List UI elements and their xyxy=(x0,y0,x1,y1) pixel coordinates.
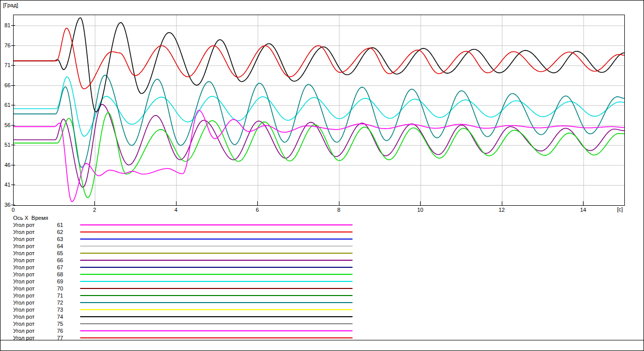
chart-canvas xyxy=(14,15,624,205)
x-tick-mark xyxy=(339,201,339,205)
x-tick-mark xyxy=(583,201,583,205)
series-path-rotor-angle-black xyxy=(14,18,624,112)
x-tick-mark xyxy=(94,201,95,205)
legend-row[interactable]: Угол рот63 xyxy=(1,236,644,243)
legend-color-line xyxy=(80,288,353,289)
legend-item-label: Угол рот xyxy=(13,221,35,228)
legend-item-number: 74 xyxy=(57,313,63,320)
y-tick-label: 61 xyxy=(1,102,11,108)
legend-item-label: Угол рот xyxy=(13,250,35,257)
legend-item-number: 65 xyxy=(57,250,63,257)
x-tick-label: 4 xyxy=(170,207,182,213)
legend-item-label: Угол рот xyxy=(13,278,35,285)
plot-window: [Град] 81767166615651464136 02468101214 … xyxy=(0,0,644,351)
x-tick-mark xyxy=(176,201,177,205)
legend-row[interactable]: Угол рот76 xyxy=(1,327,644,334)
bottom-separator xyxy=(1,340,644,340)
y-tick-mark xyxy=(11,145,15,145)
legend-item-number: 64 xyxy=(57,243,63,250)
y-tick-label: 81 xyxy=(1,22,11,28)
legend-row[interactable]: Угол рот61 xyxy=(1,221,644,228)
legend-color-line xyxy=(80,316,353,317)
legend-row[interactable]: Угол рот67 xyxy=(1,264,644,271)
legend-color-line xyxy=(80,224,353,225)
legend-color-line xyxy=(80,337,353,338)
legend-color-line xyxy=(80,253,353,254)
legend-row[interactable]: Угол рот75 xyxy=(1,320,644,327)
legend-item-label: Угол рот xyxy=(13,264,35,271)
legend-color-line xyxy=(80,260,353,261)
legend-item-label: Угол рот xyxy=(13,285,35,292)
legend-color-line xyxy=(80,323,353,324)
legend-color-line xyxy=(80,295,353,296)
chart-plot-area[interactable] xyxy=(13,15,625,206)
legend-row[interactable]: Угол рот62 xyxy=(1,228,644,236)
series-path-rotor-angle-magenta xyxy=(14,110,624,202)
x-tick-mark xyxy=(420,201,421,205)
y-tick-label: 56 xyxy=(1,122,11,128)
legend-item-label: Угол рот xyxy=(13,320,35,327)
legend-color-line xyxy=(80,246,353,247)
legend-row[interactable]: Угол рот71 xyxy=(1,292,644,299)
x-tick-label: 14 xyxy=(577,207,589,213)
legend-row[interactable]: Угол рот65 xyxy=(1,250,644,257)
legend-item-label: Угол рот xyxy=(13,299,35,306)
legend-row[interactable]: Угол рот64 xyxy=(1,243,644,250)
legend-item-number: 75 xyxy=(57,320,63,327)
legend-item-label: Угол рот xyxy=(13,243,35,250)
y-tick-mark xyxy=(11,185,15,185)
x-tick-mark xyxy=(257,201,258,205)
series-path-rotor-angle-red xyxy=(14,28,624,89)
y-tick-mark xyxy=(11,65,15,66)
legend-row[interactable]: Угол рот68 xyxy=(1,271,644,278)
legend-item-number: 73 xyxy=(57,306,63,313)
legend-item-number: 71 xyxy=(57,292,63,299)
x-tick-label: 0 xyxy=(7,207,19,213)
legend-row[interactable]: Угол рот73 xyxy=(1,306,644,313)
y-tick-label: 66 xyxy=(1,82,11,88)
legend-row[interactable]: Угол рот69 xyxy=(1,278,644,285)
legend-color-line xyxy=(80,267,353,268)
y-tick-mark xyxy=(11,25,15,26)
x-tick-mark xyxy=(13,201,14,205)
legend-color-line xyxy=(80,281,353,282)
legend-item-number: 76 xyxy=(57,327,63,334)
legend-color-line xyxy=(80,239,353,240)
legend-item-number: 67 xyxy=(57,264,63,271)
legend-item-number: 66 xyxy=(57,257,63,264)
legend-row[interactable]: Угол рот72 xyxy=(1,299,644,306)
y-tick-label: 76 xyxy=(1,42,11,48)
legend-color-line xyxy=(80,309,353,310)
y-tick-mark xyxy=(11,45,15,46)
legend-item-number: 61 xyxy=(57,221,63,228)
legend-color-line xyxy=(80,330,353,331)
legend-item-number: 68 xyxy=(57,271,63,278)
y-tick-mark xyxy=(11,85,15,86)
legend-item-number: 62 xyxy=(57,228,63,236)
legend-row[interactable]: Угол рот74 xyxy=(1,313,644,320)
legend-row[interactable]: Угол рот66 xyxy=(1,257,644,264)
legend-item-label: Угол рот xyxy=(13,257,35,264)
legend-row[interactable]: Угол рот70 xyxy=(1,285,644,292)
x-tick-label: 10 xyxy=(414,207,426,213)
legend-item-label: Угол рот xyxy=(13,306,35,313)
legend-item-label: Угол рот xyxy=(13,292,35,299)
y-tick-label: 71 xyxy=(1,62,11,68)
legend-item-number: 70 xyxy=(57,285,63,292)
legend-color-line xyxy=(80,274,353,275)
legend-item-number: 69 xyxy=(57,278,63,285)
x-tick-label: 12 xyxy=(496,207,508,213)
y-tick-label: 46 xyxy=(1,162,11,168)
x-unit-label: [c] xyxy=(617,206,623,212)
legend-color-line xyxy=(80,231,353,232)
series-path-rotor-angle-teal xyxy=(14,75,624,167)
legend-x-axis-label: Ось X xyxy=(13,215,28,221)
legend-item-label: Угол рот xyxy=(13,327,35,334)
y-tick-label: 51 xyxy=(1,142,11,148)
legend-item-number: 63 xyxy=(57,236,63,243)
x-tick-mark xyxy=(502,201,502,205)
x-tick-label: 6 xyxy=(251,207,263,213)
x-tick-label: 8 xyxy=(333,207,345,213)
legend-item-number: 72 xyxy=(57,299,63,306)
y-tick-mark xyxy=(11,105,15,105)
